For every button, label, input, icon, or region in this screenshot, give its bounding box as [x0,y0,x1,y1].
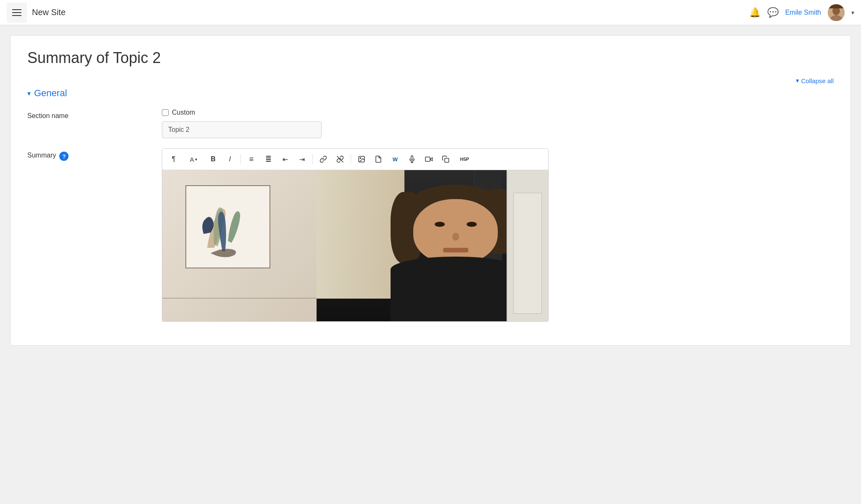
editor-image [162,170,548,321]
page-title: Summary of Topic 2 [27,49,834,67]
summary-row: Summary ? ¶ A ▾ B I [27,148,834,322]
h5p-button[interactable]: H5P [454,151,475,167]
custom-checkbox-row: Custom [162,109,834,116]
toolbar-separator-3 [351,154,351,164]
photo-left [162,170,317,321]
italic-button[interactable]: I [222,151,238,167]
svg-rect-3 [828,4,845,8]
section-chevron-icon[interactable]: ▾ [27,89,31,97]
insert-word-button[interactable]: W [387,151,403,167]
site-title: New Site [32,8,66,17]
ordered-list-button[interactable]: ≣ [260,151,276,167]
custom-checkbox-label: Custom [172,109,195,116]
collapse-chevron-icon: ▾ [796,77,799,84]
insert-video-button[interactable] [421,151,437,167]
paragraph-button[interactable]: ¶ [166,151,182,167]
unordered-list-button[interactable]: ≡ [243,151,259,167]
header: New Site 🔔 💬 Emile Smith ▾ [0,0,861,25]
copy-button[interactable] [438,151,454,167]
help-icon[interactable]: ? [59,152,69,161]
editor-toolbar: ¶ A ▾ B I ≡ ≣ ⇤ ⇥ [162,149,548,170]
collapse-all-label: Collapse all [801,77,834,84]
section-name-row: Section name Custom [27,109,834,138]
editor-body[interactable] [162,170,548,321]
chat-icon[interactable]: 💬 [767,7,779,18]
main-content: Summary of Topic 2 ▾ Collapse all ▾ Gene… [0,25,861,356]
door-right [507,170,548,321]
toolbar-separator-2 [312,154,313,164]
section-header: ▾ General [27,88,834,99]
dropdown-arrow-icon[interactable]: ▾ [851,9,854,16]
summary-editor-control: ¶ A ▾ B I ≡ ≣ ⇤ ⇥ [162,148,834,322]
notification-icon[interactable]: 🔔 [749,7,761,18]
indent-decrease-button[interactable]: ⇤ [277,151,293,167]
body [391,257,520,321]
topic-name-input[interactable] [162,121,322,138]
svg-point-6 [360,158,361,158]
collapse-all-row: ▾ Collapse all [27,77,834,84]
section-title: General [34,88,67,99]
font-size-button[interactable]: A ▾ [182,151,204,167]
unlink-button[interactable] [332,151,348,167]
summary-label-group: Summary ? [27,148,162,161]
collapse-all-button[interactable]: ▾ Collapse all [796,77,834,84]
user-name[interactable]: Emile Smith [785,9,821,16]
indent-increase-button[interactable]: ⇥ [294,151,310,167]
content-card: Summary of Topic 2 ▾ Collapse all ▾ Gene… [10,35,851,346]
face-oval [413,199,497,264]
insert-audio-button[interactable] [404,151,420,167]
photo-right [317,170,548,321]
link-button[interactable] [315,151,331,167]
section-name-control: Custom [162,109,834,138]
svg-rect-11 [445,158,449,163]
avatar[interactable] [828,4,845,21]
svg-marker-9 [430,158,432,161]
photo-scene [162,170,548,321]
section-name-label: Section name [27,109,162,120]
insert-file-button[interactable] [370,151,386,167]
summary-label: Summary [27,152,56,159]
artwork-frame [185,185,270,268]
svg-rect-10 [425,157,430,162]
rich-text-editor: ¶ A ▾ B I ≡ ≣ ⇤ ⇥ [162,148,549,322]
toolbar-separator-1 [240,154,241,164]
custom-checkbox[interactable] [162,109,169,116]
header-right: 🔔 💬 Emile Smith ▾ [749,4,854,21]
insert-image-button[interactable] [354,151,370,167]
menu-button[interactable] [7,3,27,23]
bold-button[interactable]: B [205,151,221,167]
